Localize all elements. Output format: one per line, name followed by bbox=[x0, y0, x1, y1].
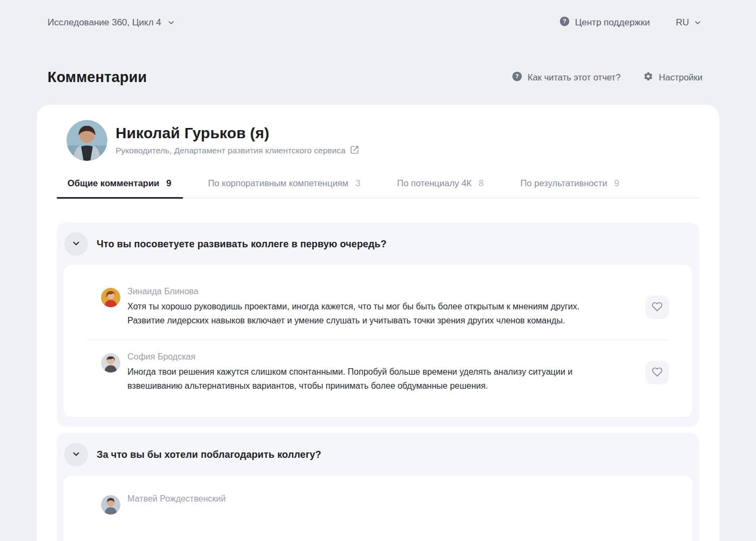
question-title: За что вы бы хотели поблагодарить коллег… bbox=[97, 449, 321, 461]
comment-body: Зинаида Блинова Хотя ты хорошо руководиш… bbox=[127, 287, 603, 328]
page-header-actions: ? Как читать этот отчет? Настройки bbox=[512, 71, 703, 84]
question-section: Что вы посоветуете развивать коллеге в п… bbox=[57, 222, 699, 427]
avatar bbox=[66, 120, 107, 161]
question-section: За что вы бы хотели поблагодарить коллег… bbox=[57, 433, 699, 541]
comment-body: София Бродская Иногда твои решения кажут… bbox=[127, 352, 603, 393]
collapse-button[interactable] bbox=[64, 232, 88, 256]
svg-text:?: ? bbox=[563, 18, 566, 24]
tab-count: 8 bbox=[478, 178, 483, 188]
report-card: Николай Гурьков (я) Руководитель, Департ… bbox=[37, 105, 719, 541]
collapse-button[interactable] bbox=[64, 443, 88, 466]
heart-icon bbox=[652, 367, 663, 379]
question-title: Что вы посоветуете развивать коллеге в п… bbox=[97, 239, 387, 250]
chevron-down-icon bbox=[71, 449, 81, 461]
topbar-right: ? Центр поддержки RU bbox=[559, 16, 702, 29]
survey-cycle-label: Исследование 360, Цикл 4 bbox=[48, 17, 161, 28]
chevron-down-icon bbox=[693, 18, 702, 27]
survey-cycle-selector[interactable]: Исследование 360, Цикл 4 bbox=[48, 17, 176, 28]
like-button[interactable] bbox=[645, 361, 669, 384]
chevron-down-icon bbox=[71, 239, 81, 250]
how-to-read-label: Как читать этот отчет? bbox=[528, 72, 620, 83]
like-button[interactable] bbox=[645, 295, 669, 319]
profile-info: Николай Гурьков (я) Руководитель, Департ… bbox=[116, 125, 359, 157]
support-center-label: Центр поддержки bbox=[575, 17, 650, 28]
comment-author: Матвей Рождественский bbox=[127, 494, 603, 504]
question-header: За что вы бы хотели поблагодарить коллег… bbox=[64, 443, 692, 476]
tab-label: По потенциалу 4К bbox=[397, 178, 471, 188]
language-label: RU bbox=[676, 17, 689, 28]
comments-card: Зинаида Блинова Хотя ты хорошо руководиш… bbox=[64, 265, 692, 417]
profile-subtitle: Руководитель, Департамент развития клиен… bbox=[116, 146, 346, 155]
topbar: Исследование 360, Цикл 4 ? Центр поддерж… bbox=[0, 0, 756, 29]
comment-author: Зинаида Блинова bbox=[127, 287, 603, 296]
comment-tabs: Общие комментарии 9 По корпоративным ком… bbox=[57, 178, 699, 198]
tab-count: 3 bbox=[355, 178, 360, 188]
help-icon: ? bbox=[512, 71, 522, 84]
svg-text:?: ? bbox=[515, 73, 518, 79]
chevron-down-icon bbox=[167, 18, 176, 27]
external-link-icon[interactable] bbox=[350, 145, 359, 157]
question-header: Что вы посоветуете развивать коллеге в п… bbox=[64, 232, 692, 265]
language-selector[interactable]: RU bbox=[676, 17, 702, 28]
tab-label: Общие комментарии bbox=[68, 178, 159, 188]
tab-count: 9 bbox=[166, 178, 171, 188]
support-center-link[interactable]: ? Центр поддержки bbox=[559, 16, 650, 29]
tab-general-comments[interactable]: Общие комментарии 9 bbox=[57, 178, 183, 198]
page-header: Комментарии ? Как читать этот отчет? Нас… bbox=[0, 29, 756, 86]
tab-label: По результативности bbox=[521, 178, 608, 188]
help-icon: ? bbox=[559, 16, 570, 29]
comments-card: Матвей Рождественский bbox=[64, 476, 692, 541]
tab-corporate-competencies[interactable]: По корпоративным компетенциям 3 bbox=[197, 178, 372, 198]
comment-item: Матвей Рождественский bbox=[64, 494, 692, 515]
avatar bbox=[101, 495, 120, 515]
avatar bbox=[101, 288, 120, 307]
comment-item: Зинаида Блинова Хотя ты хорошо руководиш… bbox=[64, 287, 692, 328]
comment-text: Хотя ты хорошо руководишь проектами, ино… bbox=[127, 300, 603, 328]
tab-count: 9 bbox=[615, 178, 619, 188]
profile-header: Николай Гурьков (я) Руководитель, Департ… bbox=[66, 120, 699, 161]
how-to-read-link[interactable]: ? Как читать этот отчет? bbox=[512, 71, 620, 84]
comment-text: Иногда твои решения кажутся слишком спон… bbox=[127, 365, 603, 393]
gear-icon bbox=[643, 71, 653, 84]
heart-icon bbox=[652, 301, 663, 314]
tab-performance[interactable]: По результативности 9 bbox=[510, 178, 631, 198]
comment-item: София Бродская Иногда твои решения кажут… bbox=[64, 352, 692, 393]
comment-divider bbox=[87, 340, 669, 340]
comment-body: Матвей Рождественский bbox=[127, 494, 603, 507]
profile-name: Николай Гурьков (я) bbox=[116, 125, 359, 142]
settings-label: Настройки bbox=[659, 72, 703, 83]
comment-author: София Бродская bbox=[127, 352, 603, 362]
settings-button[interactable]: Настройки bbox=[643, 71, 703, 84]
tab-potential-4k[interactable]: По потенциалу 4К 8 bbox=[386, 178, 495, 198]
page-title: Комментарии bbox=[48, 69, 147, 86]
avatar bbox=[101, 353, 120, 373]
tab-label: По корпоративным компетенциям bbox=[208, 178, 348, 188]
